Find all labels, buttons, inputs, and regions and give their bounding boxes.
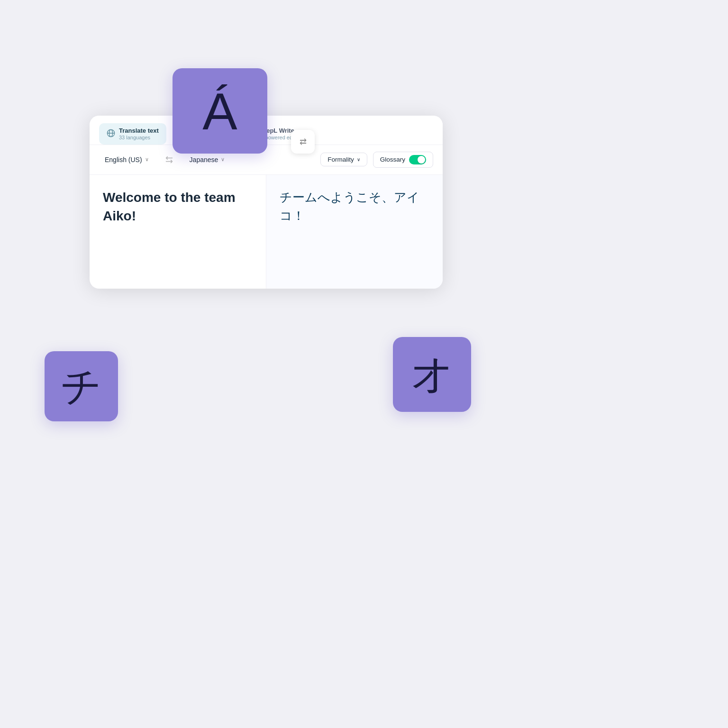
- tab-translate-text-main: Translate text: [119, 127, 159, 135]
- language-swap-floating-bubble[interactable]: ⇄: [291, 130, 315, 154]
- katakana-o-char: オ: [410, 346, 454, 403]
- katakana-chi-tile: チ: [45, 351, 118, 421]
- target-pane: チームへようこそ、アイコ！: [266, 175, 443, 289]
- globe-icon: [107, 129, 115, 139]
- source-language-selector[interactable]: English (US) ∨: [99, 153, 155, 166]
- target-language-selector[interactable]: Japanese ∨: [184, 153, 231, 166]
- target-language-label: Japanese: [190, 156, 218, 164]
- translation-area: Welcome to the team Aiko! チームへようこそ、アイコ！: [90, 175, 443, 289]
- formality-button[interactable]: Formality ∨: [320, 153, 367, 166]
- glossary-toggle[interactable]: [409, 155, 426, 164]
- language-bar: English (US) ∨ Japanese ∨ Formality ∨ Gl…: [90, 145, 443, 175]
- source-lang-chevron-icon: ∨: [145, 156, 149, 163]
- accented-a-tile: Á: [173, 68, 267, 154]
- source-text: Welcome to the team Aiko!: [103, 188, 253, 225]
- formality-label: Formality: [328, 156, 354, 163]
- main-scene: Á ⇄ Translate text 33 languages: [45, 68, 471, 447]
- glossary-button[interactable]: Glossary: [373, 152, 433, 168]
- tab-translate-text-sub: 33 languages: [119, 135, 159, 141]
- swap-arrows-icon: ⇄: [300, 136, 307, 147]
- language-swap-button[interactable]: [160, 154, 178, 165]
- target-lang-chevron-icon: ∨: [221, 156, 225, 163]
- source-language-label: English (US): [105, 156, 142, 164]
- source-pane[interactable]: Welcome to the team Aiko!: [90, 175, 266, 289]
- target-text: チームへようこそ、アイコ！: [280, 188, 429, 225]
- katakana-o-tile: オ: [393, 337, 471, 412]
- formality-chevron-icon: ∨: [357, 157, 360, 162]
- tab-translate-text[interactable]: Translate text 33 languages: [99, 123, 166, 145]
- toggle-knob: [418, 156, 425, 164]
- katakana-chi-char: チ: [61, 359, 102, 414]
- accented-a-char: Á: [202, 81, 237, 141]
- glossary-label: Glossary: [380, 156, 405, 163]
